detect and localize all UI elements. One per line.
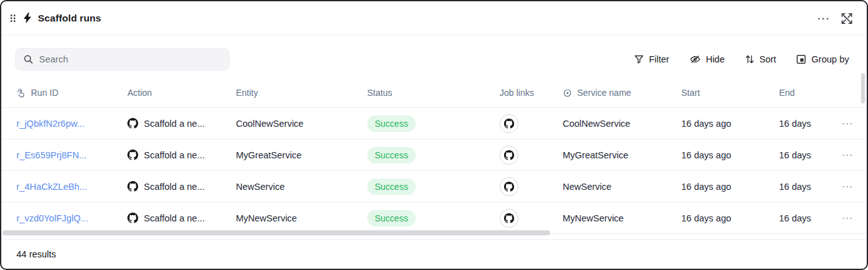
column-header-job-links[interactable]: Job links bbox=[500, 88, 563, 98]
widget-footer: 44 results bbox=[1, 239, 867, 269]
sort-button[interactable]: Sort bbox=[745, 54, 777, 64]
column-header-action[interactable]: Action bbox=[127, 88, 236, 98]
horizontal-scrollbar[interactable] bbox=[3, 230, 550, 235]
search-box[interactable] bbox=[15, 48, 230, 71]
action-name: Scaffold a ne... bbox=[144, 119, 204, 129]
end-time: 16 days bbox=[779, 213, 828, 223]
row-menu-icon[interactable]: ⋯ bbox=[838, 148, 857, 162]
run-id-link[interactable]: r_vzd0YolFJglQ... bbox=[16, 213, 88, 223]
row-menu-icon[interactable]: ⋯ bbox=[838, 180, 857, 194]
service-name: NewService bbox=[563, 182, 681, 192]
scaffold-runs-widget: Scaffold runs ⋯ bbox=[0, 0, 868, 270]
widget-content: Filter Hide bbox=[1, 35, 867, 239]
group-by-button[interactable]: Group by bbox=[796, 54, 849, 64]
table-header-row: Run ID Action Entity Status Job links Se… bbox=[1, 78, 867, 108]
row-menu-icon[interactable]: ⋯ bbox=[838, 211, 857, 225]
github-icon bbox=[504, 150, 514, 160]
search-input[interactable] bbox=[39, 54, 221, 64]
entity-name: CoolNewService bbox=[236, 119, 367, 129]
status-badge: Success bbox=[367, 147, 416, 163]
status-badge: Success bbox=[367, 210, 416, 226]
hide-button[interactable]: Hide bbox=[689, 54, 725, 64]
column-header-start[interactable]: Start bbox=[681, 88, 779, 98]
run-id-link[interactable]: r_jQbkfN2r6pw... bbox=[16, 119, 85, 129]
filter-button[interactable]: Filter bbox=[634, 54, 669, 64]
column-header-service-name[interactable]: Service name bbox=[563, 88, 681, 98]
github-icon bbox=[127, 118, 138, 129]
table-toolbar: Filter Hide bbox=[15, 48, 852, 71]
column-header-entity[interactable]: Entity bbox=[236, 88, 367, 98]
widget-title: Scaffold runs bbox=[38, 13, 101, 24]
tap-icon bbox=[16, 88, 26, 98]
end-time: 16 days bbox=[779, 150, 828, 160]
sort-arrows-icon bbox=[745, 54, 754, 64]
vertical-scrollbar[interactable] bbox=[861, 73, 865, 103]
run-id-link[interactable]: r_Es659Prj8FN... bbox=[16, 150, 86, 160]
lightning-icon bbox=[21, 13, 33, 24]
job-link-github-button[interactable] bbox=[500, 146, 519, 165]
row-menu-icon[interactable]: ⋯ bbox=[838, 117, 857, 131]
toolbar-actions: Filter Hide bbox=[634, 54, 852, 64]
table-row: r_Es659Prj8FN... Scaffold a ne... MyGrea… bbox=[1, 139, 867, 171]
end-time: 16 days bbox=[779, 182, 828, 192]
drag-handle-icon[interactable] bbox=[9, 13, 16, 23]
widget-more-icon[interactable]: ⋯ bbox=[811, 9, 836, 27]
start-time: 16 days ago bbox=[681, 119, 779, 129]
expand-icon[interactable] bbox=[836, 10, 855, 26]
target-icon bbox=[563, 88, 572, 98]
action-name: Scaffold a ne... bbox=[144, 150, 204, 160]
github-icon bbox=[127, 181, 138, 192]
column-header-status[interactable]: Status bbox=[367, 88, 500, 98]
table-row: r_4HaCkZLeBh... Scaffold a ne... NewServ… bbox=[1, 171, 867, 202]
service-name: MyGreatService bbox=[563, 150, 681, 160]
status-badge: Success bbox=[367, 179, 416, 195]
group-by-icon bbox=[796, 54, 806, 64]
widget-header: Scaffold runs ⋯ bbox=[1, 1, 867, 35]
end-time: 16 days bbox=[779, 119, 828, 129]
github-icon bbox=[504, 213, 514, 223]
status-badge: Success bbox=[367, 115, 416, 132]
start-time: 16 days ago bbox=[681, 150, 779, 160]
github-icon bbox=[127, 213, 138, 223]
eye-off-icon bbox=[689, 54, 701, 64]
results-count: 44 results bbox=[16, 249, 56, 259]
column-header-run-id[interactable]: Run ID bbox=[16, 88, 127, 98]
start-time: 16 days ago bbox=[681, 213, 779, 223]
entity-name: MyNewService bbox=[236, 213, 367, 223]
action-name: Scaffold a ne... bbox=[144, 182, 204, 192]
filter-icon bbox=[634, 54, 644, 64]
github-icon bbox=[504, 119, 514, 129]
search-icon bbox=[23, 54, 33, 64]
table-row: r_vzd0YolFJglQ... Scaffold a ne... MyNew… bbox=[1, 202, 867, 234]
table-row: r_jQbkfN2r6pw... Scaffold a ne... CoolNe… bbox=[1, 108, 867, 139]
entity-name: NewService bbox=[236, 182, 367, 192]
github-icon bbox=[127, 150, 138, 160]
github-icon bbox=[504, 182, 514, 192]
action-name: Scaffold a ne... bbox=[144, 213, 204, 223]
entity-name: MyGreatService bbox=[236, 150, 367, 160]
job-link-github-button[interactable] bbox=[500, 209, 519, 228]
service-name: MyNewService bbox=[563, 213, 681, 223]
job-link-github-button[interactable] bbox=[500, 177, 519, 196]
start-time: 16 days ago bbox=[681, 182, 779, 192]
column-header-end[interactable]: End bbox=[779, 88, 828, 98]
job-link-github-button[interactable] bbox=[500, 114, 519, 133]
service-name: CoolNewService bbox=[563, 119, 681, 129]
run-id-link[interactable]: r_4HaCkZLeBh... bbox=[16, 182, 87, 192]
